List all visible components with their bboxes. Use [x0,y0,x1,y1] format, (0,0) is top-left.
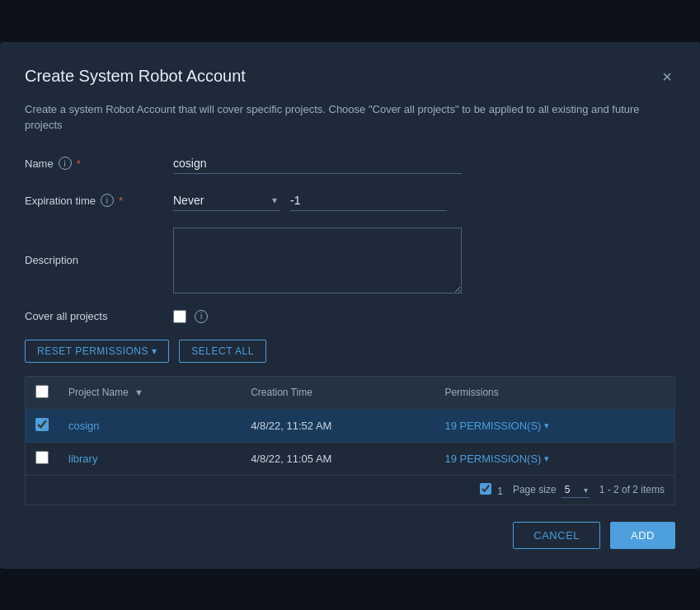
description-label: Description [25,254,173,266]
name-info-icon: i [59,157,72,170]
page-count-text: 1 - 2 of 2 items [599,484,665,495]
row-checkbox-cell [26,409,59,442]
table-row: cosign 4/8/22, 11:52 AM 19 PERMISSION(S)… [26,409,674,442]
cover-projects-info-icon: i [195,310,208,323]
row-permissions-library: 19 PERMISSION(S) ▾ [435,442,674,475]
header-project-name: Project Name ▼ [59,377,241,410]
header-permissions: Permissions [435,377,674,410]
table-body: cosign 4/8/22, 11:52 AM 19 PERMISSION(S)… [26,409,674,475]
header-checkbox[interactable] [35,385,49,398]
header-select-all-checkbox-cell [26,377,59,410]
expiration-select[interactable]: Never Days Hours Minutes [173,190,280,211]
row-checkbox-cosign[interactable] [35,418,49,431]
expiration-row: Expiration time i * Never Days Hours Min… [25,190,675,211]
table-header: Project Name ▼ Creation Time Permissions [26,377,674,410]
description-textarea[interactable] [173,228,462,293]
projects-table: Project Name ▼ Creation Time Permissions [26,377,674,475]
project-name-filter-icon[interactable]: ▼ [134,387,143,397]
row-permissions-cosign: 19 PERMISSION(S) ▾ [435,409,674,442]
name-input[interactable] [173,153,462,174]
name-row: Name i * [25,153,675,174]
expiration-controls: Never Days Hours Minutes ▾ [173,190,447,211]
modal-description: Create a system Robot Account that will … [25,101,675,134]
name-label: Name i * [25,157,173,170]
row-project-name-cosign: cosign [59,409,241,442]
expiration-number-input[interactable] [290,190,447,211]
table-header-row: Project Name ▼ Creation Time Permissions [26,377,674,410]
reset-permissions-chevron-icon: ▾ [152,345,157,357]
table-footer: 1 Page size 5 10 25 50 ▾ 1 - 2 of 2 ite [26,475,674,504]
row-checkbox-library[interactable] [35,451,49,464]
project-link-cosign[interactable]: cosign [68,420,100,432]
description-row: Description [25,228,675,293]
permissions-chevron-icon: ▾ [544,453,549,464]
expiration-select-wrapper: Never Days Hours Minutes ▾ [173,190,280,211]
select-all-button[interactable]: SELECT ALL [179,340,266,363]
permissions-link-library[interactable]: 19 PERMISSION(S) ▾ [444,453,665,465]
close-button[interactable]: × [659,65,675,88]
page-size-wrapper: Page size 5 10 25 50 ▾ [513,482,590,498]
selected-count: 1 [480,483,503,497]
modal-container: Create System Robot Account × Create a s… [0,42,700,569]
projects-table-container: Project Name ▼ Creation Time Permissions [25,376,675,505]
table-row: library 4/8/22, 11:05 AM 19 PERMISSION(S… [26,442,674,475]
expiration-info-icon: i [101,194,114,207]
footer-selected-indicator[interactable] [480,483,491,495]
permissions-link-cosign[interactable]: 19 PERMISSION(S) ▾ [444,420,665,432]
expiration-label: Expiration time i * [25,194,173,207]
cover-projects-checkbox[interactable] [173,310,186,323]
row-checkbox-cell [26,442,59,475]
modal-header: Create System Robot Account × [25,65,675,88]
cover-projects-row: Cover all projects i [25,310,675,323]
row-creation-time-cosign: 4/8/22, 11:52 AM [241,409,435,442]
add-button[interactable]: ADD [610,522,675,549]
modal-overlay: Create System Robot Account × Create a s… [0,0,700,610]
cover-projects-label: Cover all projects [25,310,173,322]
page-size-select-wrapper: 5 10 25 50 ▾ [561,482,590,498]
row-creation-time-library: 4/8/22, 11:05 AM [241,442,435,475]
page-size-label: Page size [513,484,557,495]
name-required: * [77,157,81,170]
cover-projects-controls: i [173,310,208,323]
permissions-chevron-icon: ▾ [544,420,549,431]
cancel-button[interactable]: CANCEL [513,522,600,549]
expiration-required: * [119,195,123,207]
header-creation-time: Creation Time [241,377,435,410]
project-link-library[interactable]: library [68,453,97,465]
reset-permissions-button[interactable]: RESET PERMISSIONS ▾ [25,340,169,363]
modal-title: Create System Robot Account [25,67,246,86]
modal-footer: CANCEL ADD [25,522,675,549]
page-size-select[interactable]: 5 10 25 50 [561,482,590,498]
row-project-name-library: library [59,442,241,475]
action-buttons-row: RESET PERMISSIONS ▾ SELECT ALL [25,340,675,363]
